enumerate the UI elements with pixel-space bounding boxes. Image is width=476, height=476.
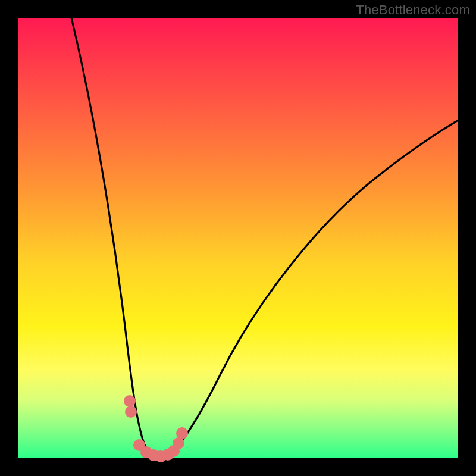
svg-point-8: [173, 437, 184, 449]
chart-svg: [18, 18, 458, 458]
svg-point-9: [176, 427, 188, 439]
watermark-text: TheBottleneck.com: [356, 2, 470, 18]
svg-point-1: [125, 406, 137, 418]
bottleneck-curve: [71, 18, 458, 456]
plot-area: [18, 18, 458, 458]
marker-group: [124, 395, 188, 462]
svg-point-0: [124, 395, 136, 407]
chart-frame: TheBottleneck.com: [0, 0, 476, 476]
